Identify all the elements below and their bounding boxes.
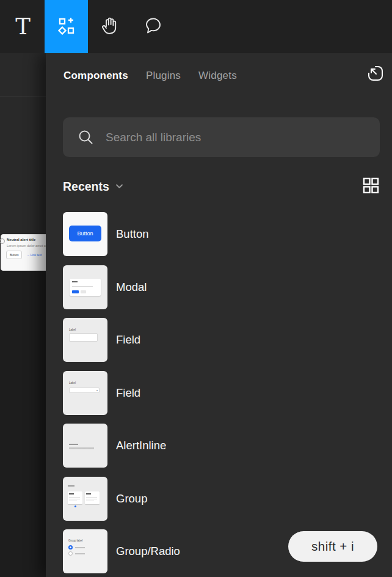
component-label: Button <box>116 227 149 241</box>
component-thumbnail <box>63 424 107 468</box>
mini-field-label: Label <box>69 381 76 384</box>
chevron-down-icon <box>115 180 124 194</box>
radio-unselected-icon <box>68 551 73 556</box>
info-circle-icon <box>0 238 5 244</box>
section-header: Recents <box>63 177 380 196</box>
mini-radio-caption: Group label <box>68 539 82 542</box>
text-tool-icon: T <box>15 15 31 38</box>
comment-tool-button[interactable] <box>131 0 175 53</box>
component-item-field-select[interactable]: Label ▾ Field <box>63 371 392 415</box>
component-item-group[interactable]: Group <box>63 477 392 521</box>
tab-plugins[interactable]: Plugins <box>146 70 181 82</box>
mini-button-preview: Button <box>69 226 101 241</box>
arrow-up-left-box-icon <box>366 64 385 86</box>
component-item-field[interactable]: Label Field <box>63 318 392 362</box>
mini-select-input: ▾ <box>69 388 100 393</box>
alert-title: Neutral alert title <box>7 238 35 241</box>
hand-tool-button[interactable] <box>88 0 131 53</box>
component-label: Group <box>116 492 147 505</box>
radio-selected-icon <box>68 545 73 549</box>
mini-chevron-icon: ▾ <box>96 389 98 392</box>
recents-title: Recents <box>63 180 109 194</box>
component-label: Group/Radio <box>116 545 180 558</box>
hand-icon <box>100 16 120 38</box>
assets-tool-button[interactable] <box>45 0 88 53</box>
component-item-modal[interactable]: Modal <box>63 265 392 309</box>
canvas-divider <box>0 97 46 97</box>
component-thumbnail <box>63 477 107 521</box>
canvas-frame-area <box>0 53 46 234</box>
collapse-panel-button[interactable] <box>366 65 385 84</box>
panel-tabs: Components Plugins Widgets <box>46 53 392 98</box>
comment-bubble-icon <box>144 17 162 37</box>
tab-widgets[interactable]: Widgets <box>198 70 237 82</box>
assets-icon <box>57 17 76 37</box>
component-label: Field <box>116 333 140 347</box>
text-tool-button[interactable]: T <box>1 0 45 53</box>
app-window: Neutral alert title Lorem ipsum dolor am… <box>0 0 392 577</box>
component-item-button[interactable]: Button Button <box>63 212 392 256</box>
component-label: Modal <box>116 281 147 294</box>
mini-field-label: Label <box>69 328 76 331</box>
grid-view-button[interactable] <box>362 177 380 197</box>
component-label: Field <box>116 386 140 400</box>
components-panel: Components Plugins Widgets <box>46 53 392 577</box>
alert-button: Button <box>6 251 22 259</box>
alert-actions: Button → Link text <box>6 251 42 259</box>
grid-view-icon <box>362 177 380 197</box>
search-bar <box>63 117 380 157</box>
component-thumbnail: Button <box>63 212 107 256</box>
canvas-alert-card: Neutral alert title Lorem ipsum dolor am… <box>1 234 46 271</box>
search-icon <box>78 129 94 145</box>
component-thumbnail <box>63 265 107 309</box>
component-label: AlertInline <box>116 439 166 452</box>
component-thumbnail: Label ▾ <box>63 371 107 415</box>
component-item-alertinline[interactable]: AlertInline <box>63 424 392 468</box>
component-thumbnail: Group label <box>63 529 107 573</box>
recents-dropdown[interactable]: Recents <box>63 180 124 194</box>
alert-body: Lorem ipsum dolor amet consect <box>7 244 46 248</box>
canvas-background: Neutral alert title Lorem ipsum dolor am… <box>0 53 46 577</box>
shortcut-hint-badge: shift + i <box>288 531 377 562</box>
mini-field-input <box>69 333 98 342</box>
mini-modal-preview <box>70 279 101 296</box>
toolbar: T <box>0 0 392 53</box>
component-thumbnail: Label <box>63 318 107 362</box>
components-list: Button Button Modal Label Field <box>63 212 392 577</box>
search-input[interactable] <box>104 130 380 145</box>
alert-link: → Link text <box>26 253 42 257</box>
tab-components[interactable]: Components <box>64 70 128 82</box>
